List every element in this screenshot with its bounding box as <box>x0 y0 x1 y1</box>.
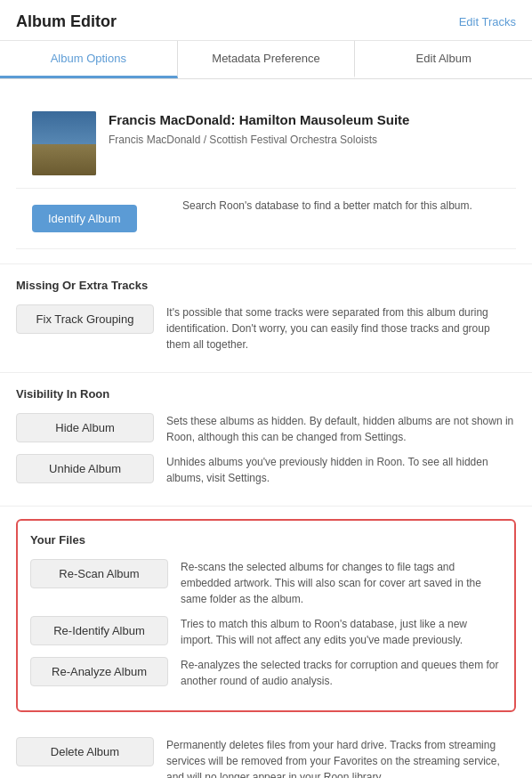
unhide-album-desc: Unhides albums you've previously hidden … <box>166 454 516 486</box>
fix-track-grouping-button[interactable]: Fix Track Grouping <box>16 304 154 334</box>
tabs-bar: Album Options Metadata Preference Edit A… <box>0 41 532 79</box>
visibility-title: Visibility In Roon <box>16 387 516 401</box>
album-artist: Francis MacDonald / Scottish Festival Or… <box>109 133 500 148</box>
re-scan-album-desc: Re-scans the selected albums for changes… <box>181 559 502 607</box>
tab-album-options[interactable]: Album Options <box>0 41 178 78</box>
hide-album-desc: Sets these albums as hidden. By default,… <box>166 413 516 445</box>
unhide-album-button[interactable]: Unhide Album <box>16 454 154 483</box>
album-meta: Francis MacDonald: Hamilton Mausoleum Su… <box>109 111 500 147</box>
re-analyze-album-row: Re-Analyze Album Re-analyzes the selecte… <box>30 657 502 689</box>
re-analyze-album-desc: Re-analyzes the selected tracks for corr… <box>181 657 502 689</box>
re-scan-album-button[interactable]: Re-Scan Album <box>30 559 168 588</box>
album-editor-window: Album Editor Edit Tracks Album Options M… <box>0 0 532 778</box>
visibility-section: Visibility In Roon Hide Album Sets these… <box>0 373 532 507</box>
album-title: Francis MacDonald: Hamilton Mausoleum Su… <box>109 111 500 129</box>
fix-track-grouping-desc: It's possible that some tracks were sepa… <box>166 304 516 353</box>
album-details: Francis MacDonald: Hamilton Mausoleum Su… <box>16 95 516 189</box>
hide-album-row: Hide Album Sets these albums as hidden. … <box>16 413 516 445</box>
re-identify-album-button[interactable]: Re-Identify Album <box>30 616 168 645</box>
edit-tracks-link[interactable]: Edit Tracks <box>459 15 516 28</box>
tab-metadata-preference[interactable]: Metadata Preference <box>178 41 356 78</box>
tab-edit-album[interactable]: Edit Album <box>355 41 532 78</box>
delete-album-section: Delete Album Permanently deletes files f… <box>0 725 532 778</box>
re-analyze-album-button[interactable]: Re-Analyze Album <box>30 657 168 686</box>
hide-album-button[interactable]: Hide Album <box>16 413 154 442</box>
fix-track-grouping-row: Fix Track Grouping It's possible that so… <box>16 304 516 353</box>
identify-album-button[interactable]: Identify Album <box>32 205 137 232</box>
delete-album-row: Delete Album Permanently deletes files f… <box>16 737 516 778</box>
re-identify-album-desc: Tries to match this album to Roon's data… <box>181 616 502 648</box>
missing-tracks-title: Missing Or Extra Tracks <box>16 279 516 292</box>
identify-description: Search Roon's database to find a better … <box>182 198 472 214</box>
title-bar: Album Editor Edit Tracks <box>0 0 532 41</box>
album-art <box>32 111 96 175</box>
your-files-section: Your Files Re-Scan Album Re-scans the se… <box>16 519 516 712</box>
unhide-album-row: Unhide Album Unhides albums you've previ… <box>16 454 516 486</box>
re-scan-album-row: Re-Scan Album Re-scans the selected albu… <box>30 559 502 607</box>
identify-left: Identify Album <box>32 198 170 232</box>
album-info-section: Francis MacDonald: Hamilton Mausoleum Su… <box>0 79 532 264</box>
your-files-title: Your Files <box>30 533 502 547</box>
delete-album-desc: Permanently deletes files from your hard… <box>166 737 516 778</box>
missing-extra-tracks-section: Missing Or Extra Tracks Fix Track Groupi… <box>0 264 532 373</box>
delete-album-button[interactable]: Delete Album <box>16 737 154 766</box>
identify-row: Identify Album Search Roon's database to… <box>16 189 516 249</box>
page-title: Album Editor <box>16 12 117 31</box>
re-identify-album-row: Re-Identify Album Tries to match this al… <box>30 616 502 648</box>
